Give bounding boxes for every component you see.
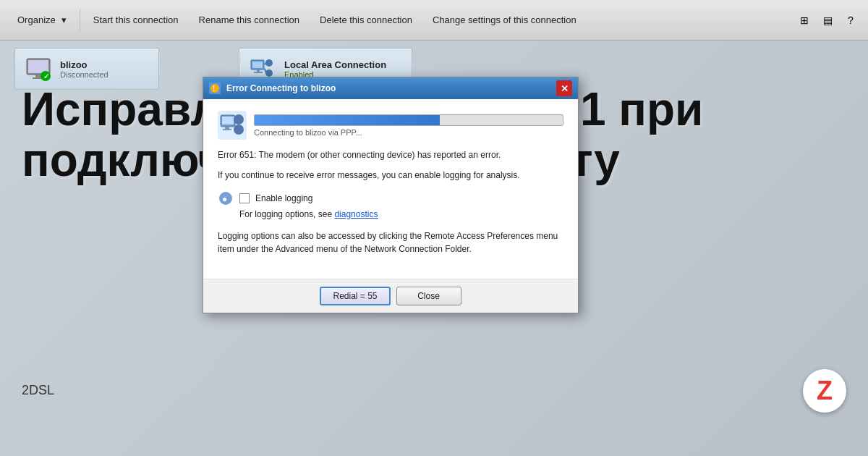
rename-connection-button[interactable]: Rename this connection: [189, 0, 310, 40]
svg-rect-2: [35, 75, 41, 77]
main-area: ✓ blizoo Disconnected: [0, 41, 868, 456]
connecting-label: Connecting to blizoo via PPP...: [254, 128, 563, 137]
view-icon: ⊞: [800, 14, 809, 26]
progress-bar: [254, 114, 563, 126]
enable-logging-checkbox[interactable]: [239, 193, 250, 203]
redial-button[interactable]: Redial = 55: [320, 287, 390, 305]
start-connection-button[interactable]: Start this connection: [83, 0, 189, 40]
svg-rect-17: [222, 117, 234, 124]
error-dialog: ! Error Connecting to blizoo ✕: [203, 77, 579, 313]
dialog-buttons: Redial = 55 Close: [203, 279, 578, 313]
help-button[interactable]: ?: [841, 10, 861, 30]
diagnostics-prefix: For logging options, see: [239, 209, 334, 219]
logging-icon: ●: [218, 190, 234, 206]
svg-rect-18: [225, 127, 229, 129]
blizoo-card[interactable]: ✓ blizoo Disconnected: [14, 48, 159, 90]
toolbar-divider-1: [80, 9, 80, 31]
content-area: ✓ blizoo Disconnected: [0, 41, 868, 456]
enable-logging-label: Enable logging: [255, 193, 312, 203]
info-text: If you continue to receive error message…: [218, 169, 563, 182]
svg-rect-19: [223, 129, 231, 130]
dialog-titlebar: ! Error Connecting to blizoo ✕: [203, 77, 578, 99]
view-toggle-button[interactable]: ▤: [817, 10, 838, 30]
logging-options-text: Logging options can also be accessed by …: [218, 229, 563, 256]
svg-text:✓: ✓: [43, 72, 49, 80]
svg-line-22: [234, 119, 235, 121]
dialog-title: Error Connecting to blizoo: [226, 83, 336, 93]
local-area-name: Local Area Connection: [284, 59, 403, 70]
ppp-icon: [218, 111, 247, 140]
z-logo-text: Z: [817, 376, 833, 406]
local-area-details: Local Area Connection Enabled: [284, 59, 403, 79]
organize-label: Organize: [17, 14, 56, 25]
progress-area: Connecting to blizoo via PPP...: [254, 114, 563, 137]
enable-logging-row[interactable]: ● Enable logging: [218, 190, 563, 206]
svg-text:!: !: [213, 85, 215, 93]
svg-line-23: [234, 128, 235, 130]
blizoo-name: blizoo: [60, 59, 150, 70]
view-toggle-icon: ▤: [823, 14, 833, 26]
diagnostics-link[interactable]: diagnostics: [334, 209, 378, 219]
close-button[interactable]: Close: [396, 287, 461, 305]
change-settings-button[interactable]: Change settings of this connection: [422, 0, 587, 40]
connecting-row: Connecting to blizoo via PPP...: [218, 111, 563, 140]
organize-chevron-icon: ▾: [61, 14, 67, 25]
svg-point-10: [265, 59, 273, 67]
toolbar: Organize ▾ Start this connection Rename …: [0, 0, 868, 41]
delete-connection-button[interactable]: Delete this connection: [310, 0, 422, 40]
site-label: 2DSL: [22, 383, 54, 398]
blizoo-details: blizoo Disconnected: [60, 59, 150, 79]
error-text: Error 651: The modem (or other connectin…: [218, 148, 563, 161]
progress-fill: [255, 115, 440, 125]
svg-rect-8: [257, 69, 260, 72]
svg-rect-7: [252, 62, 263, 68]
svg-point-11: [265, 69, 273, 77]
z-logo: Z: [803, 369, 846, 413]
dialog-title-icon: !: [209, 83, 221, 94]
svg-rect-9: [254, 72, 263, 73]
blizoo-icon: ✓: [24, 54, 53, 83]
diagnostics-row: For logging options, see diagnostics: [239, 209, 563, 219]
view-icon-button[interactable]: ⊞: [794, 10, 814, 30]
help-icon: ?: [848, 14, 854, 26]
svg-text:●: ●: [222, 194, 227, 204]
svg-line-12: [265, 63, 266, 64]
svg-line-13: [265, 69, 266, 73]
dialog-close-button[interactable]: ✕: [556, 80, 572, 96]
blizoo-status: Disconnected: [60, 70, 150, 79]
organize-button[interactable]: Organize ▾: [7, 0, 77, 40]
toolbar-right: ⊞ ▤ ?: [794, 10, 861, 30]
dialog-body: Connecting to blizoo via PPP... Error 65…: [203, 99, 578, 279]
